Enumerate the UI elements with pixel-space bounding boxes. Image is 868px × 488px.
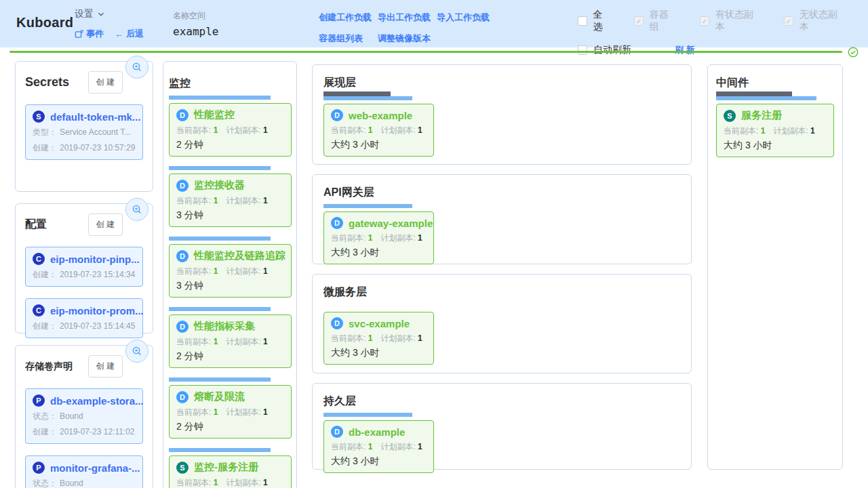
replica-info: 当前副本: 1计划副本: 1: [176, 477, 284, 488]
create-config-button[interactable]: 创 建: [88, 214, 123, 236]
events-link[interactable]: 事件: [75, 28, 104, 40]
deployment-icon: D: [331, 109, 343, 121]
workload-age: 大约 3 小时: [331, 455, 427, 468]
section-title-secrets: Secrets: [25, 75, 88, 89]
workload-card[interactable]: D熔断及限流 当前副本: 1计划副本: 1 2 分钟: [169, 385, 292, 439]
workload-name[interactable]: 服务注册: [741, 109, 782, 122]
section-title-config: 配置: [25, 218, 88, 232]
import-workload-link[interactable]: 导入工作负载: [437, 12, 490, 24]
drag-bar: [323, 413, 412, 417]
checkbox-deployment: 无状态副本: [784, 9, 845, 33]
replica-info: 当前副本: 1计划副本: 1: [331, 333, 427, 344]
configmap-name[interactable]: eip-monitor-pinp...: [50, 253, 140, 265]
checkbox-pods: 容器组: [634, 9, 677, 33]
create-workload-link[interactable]: 创建工作负载: [319, 12, 372, 24]
pvc-card[interactable]: P db-example-stora... 状态：Bound 创建：2019-0…: [25, 388, 143, 444]
workload-age: 3 分钟: [176, 280, 284, 292]
workload-name[interactable]: 性能监控: [194, 108, 235, 121]
pvc-name[interactable]: db-example-stora...: [50, 395, 144, 407]
pvc-name[interactable]: monitor-grafana-...: [50, 462, 140, 474]
nav-group: 设置 事件 ← 后退: [75, 8, 144, 40]
magnifier-plus-icon: [132, 346, 142, 357]
configmap-card[interactable]: C eip-monitor-prom... 创建：2019-07-23 15:1…: [25, 298, 143, 338]
workload-age: 2 分钟: [176, 139, 284, 151]
secret-created-line: 创建：2019-07-23 10:57:29: [33, 142, 136, 154]
adjust-image-version-link[interactable]: 调整镜像版本: [378, 33, 431, 45]
workload-card[interactable]: D监控接收器 当前副本: 1计划副本: 1 3 分钟: [169, 174, 292, 227]
layer-section-persistence: 持久层 Ddb-example 当前副本: 1计划副本: 1 大约 3 小时: [312, 383, 692, 470]
secret-type-line: 类型：Service Account T...: [33, 127, 136, 138]
namespace-group: 名称空间 example: [173, 10, 218, 38]
workload-name[interactable]: db-example: [349, 426, 405, 438]
layer-title: 微服务层: [323, 285, 680, 299]
export-workload-link[interactable]: 导出工作负载: [378, 12, 431, 24]
pod-list-link[interactable]: 容器组列表: [319, 33, 363, 45]
create-secret-button[interactable]: 创 建: [88, 71, 123, 94]
layer-section-presentation: 展现层 Dweb-example 当前副本: 1计划副本: 1 大约 3 小时: [312, 64, 692, 165]
section-title-middleware: 中间件: [716, 76, 834, 89]
workload-name[interactable]: 性能监控及链路追踪: [194, 249, 285, 262]
workload-name[interactable]: 熔断及限流: [194, 390, 245, 403]
workload-card[interactable]: Dsvc-example 当前副本: 1计划副本: 1 大约 3 小时: [323, 312, 434, 365]
workload-age: 2 分钟: [176, 421, 284, 433]
workload-age: 2 分钟: [176, 350, 284, 363]
checkbox-checked-icon: [700, 16, 709, 26]
checkbox-checked-icon: [634, 16, 644, 26]
configmap-name[interactable]: eip-monitor-prom...: [50, 305, 144, 317]
drag-bar-dark: [323, 92, 391, 96]
workload-age: 大约 3 小时: [331, 139, 427, 151]
workload-name[interactable]: svc-example: [349, 318, 410, 329]
drag-bar: [169, 237, 271, 241]
workload-name[interactable]: gateway-example: [349, 218, 433, 229]
namespace-value[interactable]: example: [173, 25, 218, 38]
deployment-icon: D: [176, 391, 189, 403]
settings-menu[interactable]: 设置: [75, 8, 144, 20]
workload-name[interactable]: 监控-服务注册: [194, 461, 258, 474]
chevron-down-icon: [97, 10, 105, 18]
middleware-section: 中间件 S服务注册 当前副本: 1计划副本: 1 大约 3 小时: [707, 64, 843, 470]
replica-info: 当前副本: 1计划副本: 1: [176, 195, 284, 207]
checkbox-select-all[interactable]: 全选: [578, 9, 611, 33]
pvc-card[interactable]: P monitor-grafana-... 状态：Bound: [25, 455, 143, 488]
workload-name[interactable]: 监控接收器: [194, 179, 245, 192]
secret-card[interactable]: S default-token-mk... 类型：Service Account…: [25, 104, 143, 160]
workload-card[interactable]: D性能监控及链路追踪 当前副本: 1计划副本: 1 3 分钟: [169, 244, 292, 298]
drag-bar: [716, 96, 816, 100]
replica-info: 当前副本: 1计划副本: 1: [331, 232, 427, 244]
zoom-in-button[interactable]: [125, 198, 149, 221]
pvc-status-line: 状态：Bound: [33, 411, 136, 422]
zoom-in-button[interactable]: [125, 56, 149, 79]
configmap-card[interactable]: C eip-monitor-pinp... 创建：2019-07-23 15:1…: [25, 247, 143, 287]
workload-card[interactable]: D性能指标采集 当前副本: 1计划副本: 1 2 分钟: [169, 314, 292, 368]
back-link[interactable]: ← 后退: [115, 28, 144, 40]
workload-card[interactable]: Ddb-example 当前副本: 1计划副本: 1 大约 3 小时: [323, 420, 434, 473]
layer-section-gateway: API网关层 Dgateway-example 当前副本: 1计划副本: 1 大…: [312, 174, 692, 264]
replica-info: 当前副本: 1计划副本: 1: [331, 125, 427, 136]
workload-card[interactable]: Dweb-example 当前副本: 1计划副本: 1 大约 3 小时: [323, 104, 434, 157]
service-icon: S: [176, 462, 189, 474]
pvc-created-line: 创建：2019-07-23 12:11:02: [33, 426, 136, 438]
checkbox-statefulset: 有状态副本: [700, 9, 761, 33]
layer-title: 持久层: [323, 394, 680, 408]
replica-info: 当前副本: 1计划副本: 1: [176, 336, 284, 348]
secret-name[interactable]: default-token-mk...: [50, 111, 140, 123]
create-pvc-button[interactable]: 创 建: [88, 355, 123, 378]
configmap-icon: C: [33, 253, 45, 265]
drag-bar: [323, 96, 412, 100]
workload-card[interactable]: S监控-服务注册 当前副本: 1计划副本: 1 2 分钟: [169, 455, 292, 488]
configmap-icon: C: [33, 304, 45, 317]
workload-card[interactable]: Dgateway-example 当前副本: 1计划副本: 1 大约 3 小时: [323, 211, 434, 264]
workload-age: 3 分钟: [176, 209, 284, 222]
workload-name[interactable]: 性能指标采集: [194, 320, 255, 333]
deployment-icon: D: [176, 321, 189, 333]
workload-card[interactable]: D性能监控 当前副本: 1计划副本: 1 2 分钟: [169, 103, 292, 157]
workload-name[interactable]: web-example: [349, 110, 412, 121]
events-label: 事件: [86, 28, 104, 40]
magnifier-plus-icon: [132, 204, 142, 215]
zoom-in-button[interactable]: [125, 340, 149, 363]
checkbox-icon: [578, 16, 587, 26]
drag-bar: [169, 96, 271, 100]
events-icon: [75, 30, 83, 39]
kuboard-logo[interactable]: Kuboard: [16, 15, 73, 30]
workload-card[interactable]: S服务注册 当前副本: 1计划副本: 1 大约 3 小时: [716, 104, 834, 157]
